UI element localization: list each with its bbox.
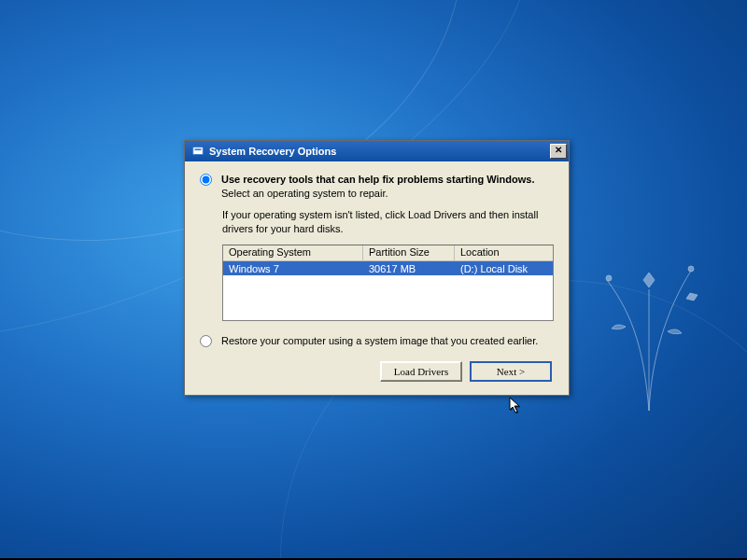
option-restore-image[interactable]: Restore your computer using a system ima… bbox=[200, 334, 554, 348]
os-list-header: Operating System Partition Size Location bbox=[223, 245, 553, 261]
option-recovery-tools-hint: If your operating system isn't listed, c… bbox=[222, 208, 554, 236]
background-plant bbox=[598, 243, 700, 411]
option-recovery-tools-label: Use recovery tools that can help fix pro… bbox=[221, 173, 554, 201]
cell-location: (D:) Local Disk bbox=[455, 263, 553, 274]
col-operating-system[interactable]: Operating System bbox=[223, 245, 363, 260]
col-location[interactable]: Location bbox=[455, 245, 553, 260]
titlebar[interactable]: System Recovery Options ✕ bbox=[185, 141, 569, 161]
radio-recovery-tools[interactable] bbox=[200, 174, 212, 186]
system-recovery-options-dialog: System Recovery Options ✕ Use recovery t… bbox=[184, 140, 570, 396]
svg-point-1 bbox=[688, 266, 694, 272]
option-restore-image-label: Restore your computer using a system ima… bbox=[221, 334, 554, 348]
col-partition-size[interactable]: Partition Size bbox=[363, 245, 455, 260]
os-list[interactable]: Operating System Partition Size Location… bbox=[222, 245, 554, 321]
cursor-icon bbox=[509, 397, 524, 415]
close-button[interactable]: ✕ bbox=[550, 144, 567, 159]
os-list-row[interactable]: Windows 7 30617 MB (D:) Local Disk bbox=[223, 261, 553, 275]
next-button[interactable]: Next > bbox=[470, 361, 552, 382]
cell-os: Windows 7 bbox=[223, 263, 363, 274]
app-icon bbox=[190, 144, 205, 159]
svg-rect-2 bbox=[193, 147, 204, 155]
dialog-title: System Recovery Options bbox=[209, 146, 550, 157]
cell-size: 30617 MB bbox=[363, 263, 455, 274]
load-drivers-button[interactable]: Load Drivers bbox=[380, 361, 462, 382]
svg-rect-3 bbox=[195, 148, 202, 150]
radio-restore-image[interactable] bbox=[200, 335, 212, 347]
option-recovery-tools[interactable]: Use recovery tools that can help fix pro… bbox=[200, 173, 554, 201]
svg-point-0 bbox=[606, 275, 612, 281]
